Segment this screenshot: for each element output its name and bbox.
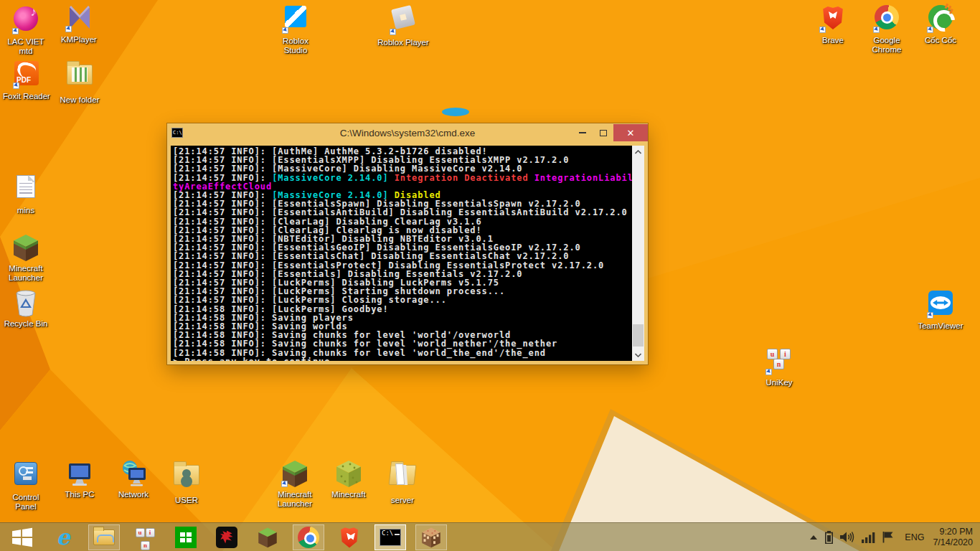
desktop-icon-chrome[interactable]: Google Chrome <box>861 3 913 55</box>
icon-label: KMPlayer <box>53 35 105 44</box>
desktop-icon-coccoc[interactable]: Cốc Cốc <box>915 3 966 45</box>
lacviet-icon <box>14 6 38 31</box>
desktop-icon-server-folder[interactable]: server <box>377 459 428 505</box>
start-button[interactable] <box>6 524 38 550</box>
desktop-icon-brave[interactable]: Brave <box>807 3 859 45</box>
desktop-icon-kmplayer[interactable]: KMPlayer <box>53 4 105 44</box>
taskbar-chrome[interactable] <box>293 524 324 550</box>
cmd-window: C:\ C:\Windows\system32\cmd.exe ✕ [21:14… <box>167 123 648 364</box>
shortcut-arrow-icon <box>927 27 933 33</box>
desktop-icon-user-folder[interactable]: USER <box>161 459 212 505</box>
show-hidden-icons-chevron[interactable] <box>809 534 818 540</box>
icon-label: Network <box>108 490 159 499</box>
taskbar-minecraft-launcher[interactable] <box>252 524 283 550</box>
icon-label: Roblox Player <box>372 38 435 47</box>
desktop-icon-teamviewer[interactable]: TeamViewer <box>909 288 972 331</box>
hidden-desktop-icon-peek <box>442 108 469 116</box>
taskbar-windows-store[interactable] <box>170 524 202 550</box>
title-bar[interactable]: C:\ C:\Windows\system32\cmd.exe ✕ <box>167 123 648 142</box>
roblox-studio-icon <box>285 6 306 27</box>
cmd-icon: C:\ <box>380 529 401 546</box>
action-center-flag-icon[interactable] <box>882 531 894 543</box>
desktop-icon-minecraft-launcher-2[interactable]: Minecraft Launcher <box>269 459 321 509</box>
control-panel-icon <box>14 462 37 485</box>
icon-label: Minecraft Launcher <box>269 490 321 509</box>
scrollbar[interactable] <box>632 146 644 361</box>
user-folder-icon <box>174 465 199 485</box>
icon-label: LAC VIET mtd <box>0 37 52 56</box>
desktop-icon-network[interactable]: Network <box>108 459 159 499</box>
maximize-button[interactable] <box>593 124 613 141</box>
desktop-icon-control-panel[interactable]: Control Panel <box>0 459 52 512</box>
desktop-icon-lacviet[interactable]: LAC VIET mtd <box>0 4 52 56</box>
chrome-icon <box>875 5 899 29</box>
icon-label: Roblox Studio <box>270 37 321 55</box>
foxit-pdf-icon <box>14 61 39 85</box>
text-file-icon <box>17 175 35 198</box>
icon-label: Control Panel <box>0 493 52 512</box>
file-explorer-icon <box>93 529 115 545</box>
icon-label: Google Chrome <box>861 36 913 55</box>
icon-label: Minecraft Launcher <box>0 264 52 283</box>
network-signal-icon[interactable] <box>862 532 875 543</box>
taskbar-cmd[interactable]: C:\ <box>374 524 406 550</box>
icon-label: Minecraft <box>323 490 374 499</box>
icon-label: mins <box>0 206 52 215</box>
shortcut-arrow-icon <box>765 369 772 375</box>
minecraft-grass-icon <box>281 459 309 488</box>
taskbar-minecraft-server[interactable] <box>415 524 447 550</box>
maximize-icon <box>600 130 607 136</box>
clock[interactable]: 9:20 PM 7/14/2020 <box>933 527 973 548</box>
desktop-icon-minecraft[interactable]: Minecraft <box>323 459 374 499</box>
taskbar-brave[interactable] <box>334 524 365 550</box>
minimize-icon <box>579 132 586 133</box>
icon-label: This PC <box>54 490 105 499</box>
internet-explorer-icon: e <box>56 527 70 548</box>
windows-logo-icon <box>11 527 34 547</box>
desktop-icon-this-pc[interactable]: This PC <box>54 459 105 499</box>
close-icon: ✕ <box>627 128 635 138</box>
icon-label: Foxit Reader <box>1 92 52 101</box>
shortcut-arrow-icon <box>12 28 19 34</box>
chrome-icon <box>298 527 319 548</box>
desktop-icon-foxit[interactable]: Foxit Reader <box>1 59 52 101</box>
scroll-down-icon[interactable] <box>632 349 644 361</box>
icon-label: Cốc Cốc <box>915 36 966 45</box>
taskbar-file-explorer[interactable] <box>88 524 120 550</box>
desktop: LAC VIET mtd KMPlayer Foxit Reader New f… <box>0 0 980 551</box>
taskbar-internet-explorer[interactable]: e <box>47 524 79 550</box>
garena-icon <box>216 527 237 548</box>
shortcut-arrow-icon <box>873 27 880 33</box>
scrollbar-thumb[interactable] <box>633 324 644 347</box>
unikey-icon: uin <box>135 524 155 550</box>
folder-icon <box>67 65 93 85</box>
desktop-icon-mins[interactable]: mins <box>0 172 52 215</box>
close-button[interactable]: ✕ <box>613 124 648 141</box>
taskbar-garena[interactable] <box>211 524 242 550</box>
open-folder-icon <box>389 465 417 485</box>
shortcut-arrow-icon <box>282 27 288 34</box>
teamviewer-icon <box>928 291 953 315</box>
scroll-up-icon[interactable] <box>632 146 644 158</box>
recycle-bin-icon <box>11 288 40 317</box>
desktop-icon-recycle-bin[interactable]: Recycle Bin <box>0 288 52 329</box>
icon-label: USER <box>161 496 212 505</box>
minecraft-grass-icon <box>11 233 40 262</box>
desktop-icon-roblox-studio[interactable]: Roblox Studio <box>270 3 321 55</box>
desktop-icon-roblox-player[interactable]: Roblox Player <box>372 3 435 47</box>
computer-icon <box>65 459 94 488</box>
desktop-icon-new-folder[interactable]: New folder <box>54 59 105 105</box>
roblox-player-icon <box>391 5 415 29</box>
shortcut-arrow-icon <box>281 481 288 487</box>
battery-icon[interactable] <box>825 531 833 544</box>
language-indicator[interactable]: ENG <box>905 532 924 542</box>
taskbar-unikey[interactable]: uin <box>129 524 161 550</box>
shortcut-arrow-icon <box>65 26 72 32</box>
console-area[interactable]: [21:14:57 INFO]: [AuthMe] AuthMe 5.3.2-b… <box>171 146 644 361</box>
minimize-button[interactable] <box>572 124 593 141</box>
windows-store-icon <box>175 527 197 548</box>
icon-label: server <box>377 496 428 505</box>
desktop-icon-minecraft-launcher[interactable]: Minecraft Launcher <box>0 233 52 283</box>
speaker-icon[interactable] <box>840 531 854 543</box>
desktop-icon-unikey[interactable]: uin UniKey <box>753 347 805 387</box>
